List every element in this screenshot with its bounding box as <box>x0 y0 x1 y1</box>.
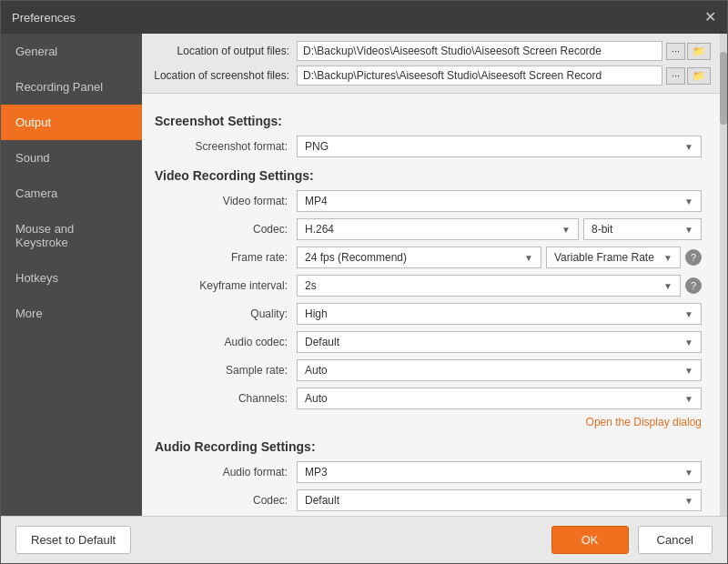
keyframe-value: 2s <box>305 279 317 292</box>
output-file-actions: ··· 📁 <box>666 43 711 60</box>
ok-button[interactable]: OK <box>551 526 629 554</box>
framerate-select[interactable]: 24 fps (Recommend) ▼ <box>297 247 541 268</box>
audio-codec-2-value: Default <box>305 494 339 507</box>
audio-codec-select[interactable]: Default ▼ <box>297 331 702 353</box>
codec-bit-chevron: ▼ <box>684 225 693 235</box>
output-file-path[interactable]: D:\Backup\Videos\Aiseesoft Studio\Aisees… <box>297 41 662 61</box>
sidebar-item-recording-panel[interactable]: Recording Panel <box>1 69 142 105</box>
bottom-bar: Reset to Default OK Cancel <box>1 516 727 563</box>
framerate-label: Frame rate: <box>151 251 297 264</box>
sample-rate-value: Auto <box>305 364 328 377</box>
audio-format-select[interactable]: MP3 ▼ <box>297 461 702 483</box>
codec-bit-select[interactable]: 8-bit ▼ <box>583 218 702 240</box>
screenshot-format-row: Screenshot format: PNG ▼ <box>151 136 702 157</box>
sidebar-item-camera[interactable]: Camera <box>1 176 142 211</box>
display-dialog-link[interactable]: Open the Display dialog <box>151 416 702 428</box>
quality-row: Quality: High ▼ <box>151 303 702 325</box>
sidebar-item-hotkeys[interactable]: Hotkeys <box>1 260 142 296</box>
audio-format-row: Audio format: MP3 ▼ <box>151 461 702 483</box>
audio-codec-control: Default ▼ <box>297 331 702 353</box>
action-buttons: OK Cancel <box>551 526 713 554</box>
keyframe-chevron: ▼ <box>663 281 672 291</box>
output-file-label: Location of output files: <box>151 45 297 57</box>
audio-codec-2-chevron: ▼ <box>684 496 693 506</box>
screenshot-format-value: PNG <box>305 140 329 153</box>
sidebar-item-more[interactable]: More <box>1 296 142 331</box>
audio-codec-2-control: Default ▼ <box>297 489 702 511</box>
screenshot-file-row: Location of screenshot files: D:\Backup\… <box>151 65 711 86</box>
sidebar-item-mouse-keystroke[interactable]: Mouse and Keystroke <box>1 211 142 260</box>
audio-format-control: MP3 ▼ <box>297 461 702 483</box>
video-format-control: MP4 ▼ <box>297 190 702 212</box>
quality-value: High <box>305 307 328 320</box>
sample-rate-select[interactable]: Auto ▼ <box>297 359 702 381</box>
scrollbar-track[interactable] <box>720 34 727 516</box>
output-folder-button[interactable]: 📁 <box>687 43 711 60</box>
video-format-value: MP4 <box>305 195 328 207</box>
main-content: General Recording Panel Output Sound Cam… <box>1 34 727 516</box>
keyframe-help-button[interactable]: ? <box>685 277 702 294</box>
codec-value: H.264 <box>305 223 334 236</box>
sample-rate-label: Sample rate: <box>151 364 297 377</box>
sidebar-item-general[interactable]: General <box>1 34 142 69</box>
screenshot-file-actions: ··· 📁 <box>666 67 711 85</box>
video-format-label: Video format: <box>151 195 297 207</box>
framerate-value: 24 fps (Recommend) <box>305 251 407 264</box>
content-scroll: Screenshot Settings: Screenshot format: … <box>142 94 720 516</box>
sidebar-item-sound[interactable]: Sound <box>1 140 142 176</box>
framerate-help-button[interactable]: ? <box>685 249 702 266</box>
screenshot-format-control: PNG ▼ <box>297 136 702 157</box>
keyframe-select[interactable]: 2s ▼ <box>297 275 681 297</box>
audio-codec-2-select[interactable]: Default ▼ <box>297 489 702 511</box>
sidebar-item-output[interactable]: Output <box>1 105 142 140</box>
framerate-extra-value: Variable Frame Rate <box>554 251 654 264</box>
window-title: Preferences <box>12 11 76 25</box>
audio-codec-row: Audio codec: Default ▼ <box>151 331 702 353</box>
codec-chevron: ▼ <box>561 225 571 235</box>
quality-control: High ▼ <box>297 303 702 325</box>
sample-rate-chevron: ▼ <box>684 366 693 376</box>
audio-format-label: Audio format: <box>151 466 297 478</box>
screenshot-format-select[interactable]: PNG ▼ <box>297 136 702 157</box>
output-dots-button[interactable]: ··· <box>666 43 685 60</box>
keyframe-control: 2s ▼ ? <box>297 275 702 297</box>
framerate-extra-select[interactable]: Variable Frame Rate ▼ <box>546 247 681 268</box>
quality-label: Quality: <box>151 307 297 320</box>
framerate-control: 24 fps (Recommend) ▼ Variable Frame Rate… <box>297 247 702 268</box>
screenshot-folder-button[interactable]: 📁 <box>687 67 711 85</box>
reset-button[interactable]: Reset to Default <box>15 526 131 554</box>
framerate-row: Frame rate: 24 fps (Recommend) ▼ Variabl… <box>151 247 702 268</box>
video-settings-header: Video Recording Settings: <box>151 168 702 183</box>
file-locations: Location of output files: D:\Backup\Vide… <box>142 34 720 94</box>
keyframe-row: Keyframe interval: 2s ▼ ? <box>151 275 702 297</box>
titlebar: Preferences ✕ <box>1 1 727 34</box>
quality-select[interactable]: High ▼ <box>297 303 702 325</box>
audio-codec-label: Audio codec: <box>151 336 297 348</box>
video-format-row: Video format: MP4 ▼ <box>151 190 702 212</box>
screenshot-dots-button[interactable]: ··· <box>666 67 685 85</box>
codec-control: H.264 ▼ 8-bit ▼ <box>297 218 702 240</box>
codec-row: Codec: H.264 ▼ 8-bit ▼ <box>151 218 702 240</box>
screenshot-format-chevron: ▼ <box>684 142 693 152</box>
channels-row: Channels: Auto ▼ <box>151 388 702 409</box>
close-button[interactable]: ✕ <box>704 10 716 25</box>
channels-select[interactable]: Auto ▼ <box>297 388 702 409</box>
sidebar: General Recording Panel Output Sound Cam… <box>1 34 142 516</box>
audio-codec-2-label: Codec: <box>151 494 297 507</box>
output-file-row: Location of output files: D:\Backup\Vide… <box>151 41 711 61</box>
audio-format-chevron: ▼ <box>684 468 693 478</box>
scrollbar-thumb[interactable] <box>720 52 727 125</box>
audio-settings-header: Audio Recording Settings: <box>151 439 702 454</box>
screenshot-file-path[interactable]: D:\Backup\Pictures\Aiseesoft Studio\Aise… <box>297 65 662 86</box>
framerate-chevron: ▼ <box>524 253 533 263</box>
sample-rate-row: Sample rate: Auto ▼ <box>151 359 702 381</box>
screenshot-format-label: Screenshot format: <box>151 140 297 153</box>
content-area: Location of output files: D:\Backup\Vide… <box>142 34 720 516</box>
screenshot-settings-header: Screenshot Settings: <box>151 114 702 128</box>
screenshot-file-label: Location of screenshot files: <box>151 69 297 82</box>
codec-select[interactable]: H.264 ▼ <box>297 218 579 240</box>
video-format-chevron: ▼ <box>684 196 693 206</box>
video-format-select[interactable]: MP4 ▼ <box>297 190 702 212</box>
cancel-button[interactable]: Cancel <box>638 526 713 554</box>
preferences-window: Preferences ✕ General Recording Panel Ou… <box>0 0 728 564</box>
